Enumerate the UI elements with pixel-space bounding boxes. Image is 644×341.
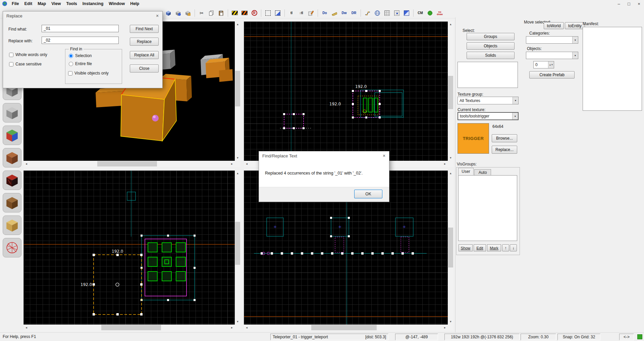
globe-icon[interactable]: [373, 9, 382, 17]
browse-button[interactable]: Browse...: [492, 134, 517, 142]
scroll-track[interactable]: [448, 27, 453, 155]
replace-button[interactable]: Replace: [130, 38, 159, 46]
create-prefab-button[interactable]: Create Prefab: [529, 71, 575, 79]
copy-icon[interactable]: [207, 9, 216, 17]
close-icon[interactable]: ×: [154, 12, 161, 19]
menu-tools[interactable]: Tools: [63, 1, 79, 7]
path-tool-icon[interactable]: [363, 9, 372, 17]
primitive-cube-gray-2-icon[interactable]: [3, 103, 21, 123]
face-edit-icon[interactable]: [307, 9, 315, 17]
chevron-down-icon[interactable]: ▼: [512, 113, 518, 119]
horizontal-scrollbar[interactable]: ◄ ►: [244, 325, 448, 331]
cut-icon[interactable]: ✂: [197, 9, 206, 17]
entire-file-radio[interactable]: Entire file: [69, 61, 92, 66]
tab-user[interactable]: User: [458, 168, 474, 175]
case-sensitive-checkbox-input[interactable]: [9, 62, 13, 66]
scroll-thumb[interactable]: [311, 325, 377, 330]
visgroup-mark-button[interactable]: Mark: [487, 244, 501, 251]
tab-auto[interactable]: Auto: [474, 169, 491, 176]
vertical-scrollbar[interactable]: ▲ ▼: [235, 170, 240, 325]
case-sensitive-checkbox[interactable]: Case sensitive: [9, 62, 42, 66]
select-solids-button[interactable]: Solids: [467, 52, 515, 59]
trigger-box[interactable]: [280, 113, 311, 129]
displacement-walkable-icon[interactable]: Dw: [340, 9, 348, 17]
texture-cube-brown-icon[interactable]: [3, 193, 21, 212]
scroll-thumb[interactable]: [235, 222, 240, 265]
scroll-track[interactable]: [235, 176, 240, 319]
toggle-nodraw-icon[interactable]: nodraw: [435, 9, 444, 17]
scroll-left-icon[interactable]: ◄: [23, 161, 29, 167]
texture-scale-lock-icon[interactable]: ↕tl: [297, 9, 306, 17]
texture-preview[interactable]: TRIGGER: [458, 123, 489, 154]
vertical-scrollbar[interactable]: ▲ ▼: [235, 21, 240, 161]
scroll-thumb[interactable]: [97, 161, 157, 166]
visgroup-show-button[interactable]: Show: [459, 244, 473, 251]
vertical-scrollbar[interactable]: ▲ ▼: [448, 21, 453, 161]
menu-map[interactable]: Map: [35, 1, 49, 7]
selection-box[interactable]: [93, 254, 143, 315]
radius-culling-icon[interactable]: [426, 9, 434, 17]
scroll-up-icon[interactable]: ▲: [448, 21, 453, 27]
close-icon[interactable]: ×: [380, 152, 388, 159]
carve-icon[interactable]: [230, 9, 239, 17]
to-entity-button[interactable]: toEntity: [565, 22, 585, 29]
scroll-right-icon[interactable]: ►: [442, 325, 448, 331]
paste-icon[interactable]: [217, 9, 225, 17]
maximize-button[interactable]: □: [624, 0, 634, 7]
scroll-thumb[interactable]: [448, 76, 453, 109]
texture-cube-multicolor-icon[interactable]: [3, 126, 21, 145]
scroll-right-icon[interactable]: ►: [229, 325, 235, 331]
replace-texture-button[interactable]: Replace...: [492, 146, 517, 154]
current-texture-dropdown[interactable]: tools/toolstrigger▼: [458, 112, 519, 120]
texture-lock-icon[interactable]: tl: [287, 9, 296, 17]
scroll-track[interactable]: [250, 325, 442, 331]
selection-box[interactable]: [352, 90, 381, 118]
menu-instancing[interactable]: Instancing: [80, 1, 106, 7]
find-next-button[interactable]: Find Next: [130, 25, 159, 33]
selection-radio[interactable]: Selection: [69, 53, 92, 58]
visgroup-up-button[interactable]: ↑: [502, 244, 509, 251]
instancing-edit-icon[interactable]: [174, 9, 182, 17]
select-objects-button[interactable]: Objects: [467, 42, 515, 50]
scroll-up-icon[interactable]: ▲: [235, 170, 240, 176]
entire-file-radio-input[interactable]: [69, 62, 73, 66]
horizontal-scrollbar[interactable]: ◄ ►: [23, 161, 235, 167]
whole-words-checkbox[interactable]: Whole words only: [9, 52, 47, 57]
scroll-track[interactable]: [29, 325, 229, 331]
scroll-track[interactable]: [448, 176, 453, 319]
blue-corner-icon[interactable]: [402, 9, 411, 17]
wireframe-sphere-icon[interactable]: [3, 238, 21, 257]
manifest-list[interactable]: [583, 27, 642, 111]
chevron-down-icon[interactable]: ▼: [572, 37, 578, 43]
scroll-track[interactable]: [29, 161, 229, 167]
viewport-2d-side-canvas[interactable]: 192.0 192.0: [23, 170, 235, 325]
to-world-button[interactable]: toWorld: [544, 22, 564, 29]
measure-ruler-icon[interactable]: [330, 9, 339, 17]
find-what-input[interactable]: [42, 25, 119, 32]
grid-snap-icon[interactable]: [392, 9, 401, 17]
whole-words-checkbox-input[interactable]: [9, 53, 13, 57]
menu-file[interactable]: File: [9, 1, 22, 7]
scroll-thumb[interactable]: [101, 325, 161, 330]
displacement-mask-icon[interactable]: Do: [320, 9, 329, 17]
scroll-down-icon[interactable]: ▼: [448, 155, 453, 161]
menu-help[interactable]: Help: [127, 1, 142, 7]
instancing-create-icon[interactable]: [164, 9, 173, 17]
ok-button[interactable]: OK: [354, 190, 382, 198]
chevron-down-icon[interactable]: ▼: [572, 52, 578, 59]
scroll-track[interactable]: [235, 27, 240, 155]
scroll-down-icon[interactable]: ▼: [235, 319, 240, 325]
displacement-remove-icon[interactable]: DR: [350, 9, 358, 17]
scroll-thumb[interactable]: [448, 228, 453, 267]
instancing-collapse-icon[interactable]: [183, 9, 192, 17]
visible-objects-checkbox[interactable]: Visible objects only: [68, 71, 109, 76]
spinner-arrows-icon[interactable]: ▲▼: [548, 61, 554, 68]
menu-edit[interactable]: Edit: [22, 1, 35, 7]
texture-group-dropdown[interactable]: All Textures▼: [458, 97, 519, 104]
run-map-icon[interactable]: R: [250, 9, 259, 17]
visgroup-down-button[interactable]: ↓: [510, 244, 517, 251]
close-button[interactable]: ×: [634, 0, 644, 7]
menu-window[interactable]: Window: [106, 1, 127, 7]
message-dialog-titlebar[interactable]: Find/Replace Text: [259, 151, 389, 160]
objects-dropdown[interactable]: ▼: [526, 52, 578, 59]
